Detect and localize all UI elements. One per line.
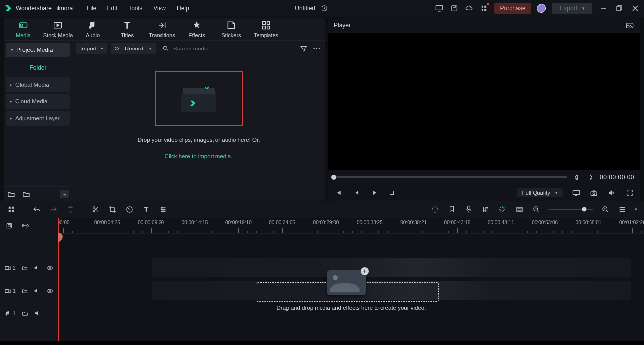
history-icon[interactable]: [320, 4, 329, 13]
folder-icon[interactable]: [22, 265, 28, 271]
menu-file[interactable]: File: [87, 5, 96, 12]
user-avatar[interactable]: [537, 4, 546, 13]
camera-icon[interactable]: [590, 188, 598, 197]
mark-in-icon[interactable]: [572, 173, 581, 182]
filter-icon[interactable]: [299, 44, 308, 53]
tab-stock-media[interactable]: Stock Media: [41, 18, 75, 40]
sidebar-cloud-media[interactable]: ▸Cloud Media: [6, 94, 70, 109]
display-icon[interactable]: [572, 188, 581, 197]
marker-icon[interactable]: [447, 205, 456, 214]
layout-icon[interactable]: [7, 205, 16, 214]
close-button[interactable]: [630, 3, 640, 13]
prev-frame-icon[interactable]: [334, 188, 343, 197]
media-drop-zone[interactable]: [155, 71, 243, 126]
new-folder-icon[interactable]: [7, 190, 16, 198]
menu-edit[interactable]: Edit: [107, 5, 118, 12]
player-viewport[interactable]: [328, 33, 640, 170]
mute-icon[interactable]: [34, 310, 41, 316]
sidebar-item-label: Global Media: [15, 82, 49, 88]
chevron-down-icon[interactable]: ▾: [635, 207, 637, 212]
collapse-sidebar-button[interactable]: ◂: [60, 190, 69, 198]
media-placeholder-icon[interactable]: +: [327, 270, 366, 295]
visibility-icon[interactable]: [46, 265, 53, 271]
tab-audio[interactable]: Audio: [75, 18, 110, 40]
mute-icon[interactable]: [34, 265, 40, 271]
speed-icon[interactable]: [125, 205, 134, 214]
menu-help[interactable]: Help: [177, 5, 189, 12]
tab-transitions[interactable]: Transitions: [145, 18, 179, 40]
auto-icon[interactable]: [498, 205, 507, 214]
zoom-in-icon[interactable]: [601, 205, 610, 214]
split-icon[interactable]: [91, 205, 100, 214]
import-dropdown[interactable]: Import▾: [76, 43, 107, 54]
track-head-video-1[interactable]: 1: [0, 279, 58, 302]
delete-icon[interactable]: [66, 205, 75, 214]
stop-icon[interactable]: [387, 188, 396, 197]
playhead[interactable]: [58, 218, 59, 341]
ruler-tick-label: 00:01:02:26: [619, 220, 644, 225]
folder-icon[interactable]: [22, 311, 28, 316]
tab-stickers[interactable]: Stickers: [214, 18, 249, 40]
crop-icon[interactable]: [108, 205, 117, 214]
folder-icon[interactable]: [22, 190, 31, 198]
quality-label: Full Quality: [522, 190, 550, 196]
tab-effects[interactable]: Effects: [179, 18, 214, 40]
save-icon[interactable]: [450, 4, 459, 13]
export-button[interactable]: Export▾: [552, 3, 592, 14]
step-back-icon[interactable]: [352, 188, 361, 197]
render-icon[interactable]: [430, 205, 439, 214]
timeline-ruler[interactable]: 00:0000:00:04:2500:00:09:2000:00:14:1500…: [58, 218, 644, 234]
tab-templates[interactable]: Templates: [249, 18, 283, 40]
sidebar-global-media[interactable]: ▸Global Media: [6, 77, 70, 92]
sidebar-project-media[interactable]: ▾ Project Media: [6, 43, 70, 57]
menu-tools[interactable]: Tools: [128, 5, 142, 12]
monitor-icon[interactable]: [435, 4, 444, 13]
record-dropdown[interactable]: Record▾: [111, 43, 156, 54]
sidebar-adjustment-layer[interactable]: ▸Adjustment Layer: [6, 111, 70, 126]
tab-media[interactable]: Media: [6, 18, 41, 40]
scrub-bar[interactable]: [334, 176, 567, 178]
link-icon[interactable]: [21, 221, 30, 230]
quality-dropdown[interactable]: Full Quality▾: [517, 188, 563, 197]
import-link[interactable]: Click here to import media.: [165, 153, 233, 159]
mixer-icon[interactable]: [481, 205, 490, 214]
track-manager-icon[interactable]: [5, 221, 14, 230]
frame-icon[interactable]: [515, 205, 524, 214]
minimize-button[interactable]: [598, 3, 608, 13]
ruler-tick-label: 00:00:33:25: [357, 220, 383, 225]
track-head-audio-1[interactable]: 1: [0, 302, 58, 325]
chevron-right-icon: ▸: [10, 99, 12, 104]
search-input[interactable]: [173, 46, 295, 51]
zoom-thumb[interactable]: [582, 207, 587, 212]
undo-icon[interactable]: [32, 205, 41, 214]
visibility-icon[interactable]: [46, 288, 53, 294]
snapshot-icon[interactable]: [625, 21, 634, 30]
more-icon[interactable]: [312, 44, 321, 53]
zoom-out-icon[interactable]: [532, 205, 540, 214]
text-icon[interactable]: [142, 205, 151, 214]
tab-titles[interactable]: Titles: [110, 18, 145, 40]
track-head-video-2[interactable]: 2: [0, 256, 58, 279]
menu-view[interactable]: View: [153, 5, 166, 12]
fullscreen-icon[interactable]: [625, 188, 634, 197]
svg-rect-35: [468, 206, 470, 209]
maximize-button[interactable]: [614, 3, 624, 13]
purchase-button[interactable]: Purchase: [494, 3, 532, 14]
timeline-body[interactable]: + Drag and drop media and effects here t…: [58, 234, 644, 341]
cloud-icon[interactable]: [465, 4, 474, 13]
folder-icon[interactable]: [22, 288, 28, 294]
play-icon[interactable]: [370, 188, 378, 197]
chevron-down-icon: ▾: [11, 48, 13, 52]
sidebar-folder[interactable]: Folder: [4, 59, 72, 76]
apps-icon[interactable]: [480, 4, 488, 13]
mic-icon[interactable]: [464, 205, 473, 214]
search-icon: [162, 45, 169, 52]
mute-icon[interactable]: [34, 288, 40, 294]
adjust-icon[interactable]: [159, 205, 167, 214]
list-view-icon[interactable]: [618, 205, 627, 214]
zoom-slider[interactable]: [548, 209, 593, 210]
redo-icon[interactable]: [49, 205, 58, 214]
volume-icon[interactable]: [607, 188, 616, 197]
scrub-thumb[interactable]: [331, 175, 336, 180]
mark-out-icon[interactable]: [586, 173, 595, 182]
